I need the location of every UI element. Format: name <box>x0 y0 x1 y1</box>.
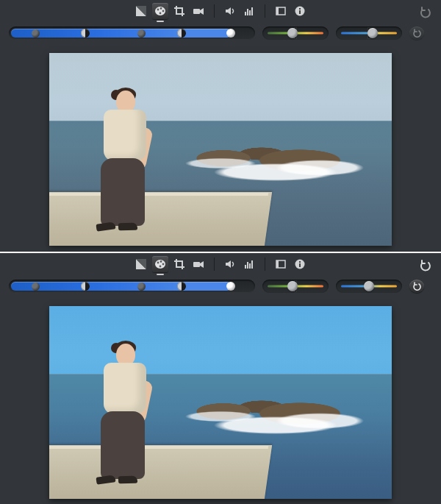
svg-point-3 <box>162 10 165 13</box>
saturation-knob[interactable] <box>287 281 298 291</box>
crop-icon <box>173 5 185 17</box>
svg-point-19 <box>159 266 162 268</box>
slider-fill <box>11 282 232 291</box>
svg-rect-21 <box>245 265 246 269</box>
reset-icon <box>412 282 421 291</box>
exposure-multi-slider[interactable] <box>9 26 255 40</box>
stabilize-button[interactable] <box>190 3 207 19</box>
saturation-slider[interactable] <box>262 280 329 293</box>
info-icon <box>294 258 306 270</box>
equalizer-button[interactable] <box>241 3 257 19</box>
auto-enhance-button[interactable] <box>133 3 149 19</box>
adjust-toolbar <box>0 0 441 22</box>
contrast-handle[interactable] <box>176 24 187 42</box>
equalizer-icon <box>243 5 255 17</box>
color-adjust-button[interactable] <box>152 3 168 19</box>
color-adjust-button[interactable] <box>152 256 168 272</box>
highlights-handle[interactable] <box>226 277 236 295</box>
midtones-handle[interactable] <box>137 24 147 42</box>
adjust-toolbar <box>0 253 441 275</box>
equalizer-icon <box>243 258 255 270</box>
auto-enhance-icon <box>135 5 147 17</box>
adjustment-sliders-row <box>0 22 441 47</box>
stabilize-button[interactable] <box>190 256 207 272</box>
svg-rect-29 <box>299 261 301 263</box>
undo-button[interactable] <box>417 258 434 274</box>
svg-rect-23 <box>249 263 251 269</box>
svg-rect-20 <box>193 262 200 267</box>
clip-overlay-button[interactable] <box>273 3 289 19</box>
info-button[interactable] <box>292 3 308 19</box>
toolbar-separator <box>265 258 265 271</box>
svg-rect-7 <box>247 9 248 15</box>
svg-point-17 <box>160 260 162 263</box>
svg-point-16 <box>157 262 159 264</box>
svg-point-4 <box>159 13 162 15</box>
svg-rect-14 <box>299 8 301 10</box>
blacks-handle[interactable] <box>80 24 90 42</box>
info-icon <box>294 5 306 17</box>
clip-overlay-button[interactable] <box>273 256 289 272</box>
reset-adjustments-button[interactable] <box>409 26 424 40</box>
info-button[interactable] <box>292 256 308 272</box>
svg-rect-22 <box>247 262 248 269</box>
crop-button[interactable] <box>171 3 187 19</box>
shadows-handle[interactable] <box>31 277 41 295</box>
svg-rect-9 <box>251 7 253 15</box>
video-camera-icon <box>193 5 204 17</box>
toolbar-separator <box>265 4 265 18</box>
temperature-slider[interactable] <box>336 26 402 40</box>
shadows-handle[interactable] <box>31 24 41 42</box>
color-palette-icon <box>154 5 166 17</box>
temperature-knob[interactable] <box>364 281 374 291</box>
svg-rect-24 <box>251 260 253 269</box>
volume-icon <box>224 258 236 270</box>
crop-icon <box>173 258 185 270</box>
contrast-handle[interactable] <box>176 277 187 295</box>
svg-rect-26 <box>276 260 279 268</box>
auto-enhance-icon <box>135 258 147 270</box>
svg-rect-13 <box>299 10 301 14</box>
svg-point-1 <box>157 9 159 11</box>
color-adjust-panel-before <box>0 0 441 252</box>
video-camera-icon <box>193 258 204 270</box>
highlights-handle[interactable] <box>226 24 236 42</box>
temperature-knob[interactable] <box>368 28 378 38</box>
color-palette-icon <box>154 258 166 270</box>
volume-button[interactable] <box>222 256 238 272</box>
slider-fill <box>11 29 232 38</box>
equalizer-button[interactable] <box>241 256 257 272</box>
color-adjust-panel-after <box>0 252 441 504</box>
svg-rect-8 <box>249 10 251 15</box>
undo-icon <box>419 6 432 19</box>
midtones-handle[interactable] <box>137 277 147 295</box>
reset-adjustments-button[interactable] <box>409 280 424 293</box>
auto-enhance-button[interactable] <box>133 256 149 272</box>
svg-rect-6 <box>245 12 246 15</box>
overlay-icon <box>275 5 287 17</box>
toolbar-separator <box>214 258 215 271</box>
svg-rect-5 <box>193 9 200 14</box>
blacks-handle[interactable] <box>80 277 90 295</box>
undo-button[interactable] <box>417 4 434 21</box>
svg-point-2 <box>160 7 162 10</box>
video-preview-before <box>49 53 392 246</box>
saturation-knob[interactable] <box>287 28 298 38</box>
temperature-slider[interactable] <box>336 280 402 293</box>
saturation-slider[interactable] <box>262 26 329 40</box>
exposure-multi-slider[interactable] <box>9 280 255 293</box>
volume-button[interactable] <box>222 3 238 19</box>
reset-icon <box>412 29 421 38</box>
undo-icon <box>419 259 432 272</box>
svg-point-18 <box>162 263 165 266</box>
overlay-icon <box>275 258 287 270</box>
svg-rect-28 <box>299 263 301 267</box>
adjustment-sliders-row <box>0 275 441 300</box>
svg-rect-11 <box>276 7 279 15</box>
volume-icon <box>224 5 236 17</box>
crop-button[interactable] <box>171 256 187 272</box>
toolbar-separator <box>214 4 215 18</box>
video-preview-after <box>49 306 392 499</box>
